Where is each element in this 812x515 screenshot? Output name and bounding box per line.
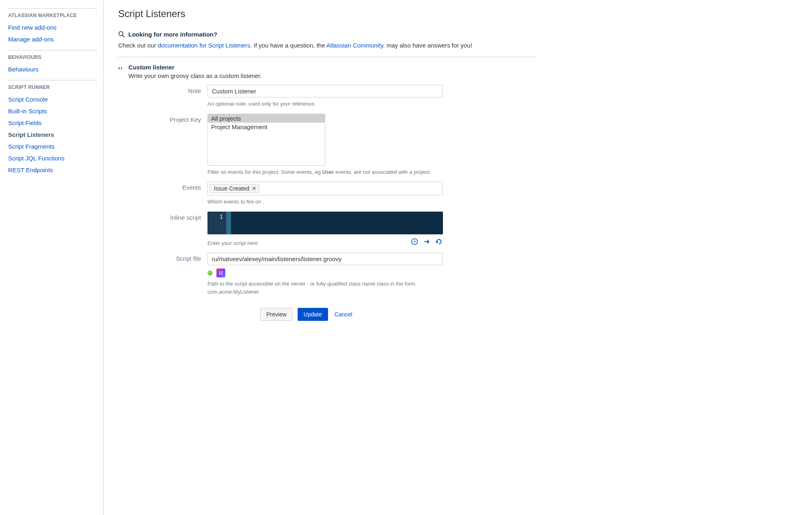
- remove-icon[interactable]: ✕: [252, 185, 257, 192]
- code-cursor-indicator: [227, 212, 231, 234]
- sidebar-section-behaviours: BEHAVIOURS Behaviours: [8, 50, 97, 75]
- note-input[interactable]: [207, 85, 443, 97]
- label-events: Events: [118, 182, 207, 191]
- undo-icon[interactable]: [435, 238, 443, 246]
- sidebar-item-find-new-addons[interactable]: Find new add-ons: [8, 22, 97, 33]
- inline-script-helper: Enter your script here: [207, 239, 258, 247]
- sidebar-heading: SCRIPT RUNNER: [8, 84, 97, 90]
- listbox-option[interactable]: All projects: [208, 114, 325, 123]
- row-script-file: Script file IJ Path to the script access…: [118, 253, 536, 296]
- info-panel: Looking for more information? Check out …: [118, 31, 536, 49]
- sidebar-item-script-fragments[interactable]: Script Fragments: [8, 141, 97, 152]
- svg-point-0: [119, 32, 123, 36]
- divider: [118, 57, 536, 57]
- sidebar-item-script-jql-functions[interactable]: Script JQL Functions: [8, 152, 97, 164]
- sidebar-item-behaviours[interactable]: Behaviours: [8, 63, 97, 75]
- note-helper: An optional note, used only for your ref…: [207, 100, 443, 108]
- form-header: ‹› Custom listener Write your own groovy…: [118, 64, 536, 79]
- update-button[interactable]: Update: [298, 308, 328, 321]
- sidebar-heading: BEHAVIOURS: [8, 54, 97, 60]
- form-header-desc: Write your own groovy class as a custom …: [128, 72, 261, 79]
- events-input[interactable]: Issue Created ✕: [207, 182, 443, 195]
- code-editor[interactable]: 1: [207, 212, 443, 234]
- label-inline-script: Inline script: [118, 212, 207, 221]
- search-icon: [118, 31, 125, 38]
- script-file-helper: Path to the script accessible on the ser…: [207, 280, 443, 296]
- doc-link[interactable]: documentation for Script Listeners: [158, 42, 251, 49]
- sidebar-section-script-runner: SCRIPT RUNNER Script Console Built-in Sc…: [8, 80, 97, 176]
- event-tag: Issue Created ✕: [209, 184, 259, 193]
- project-key-listbox[interactable]: All projects Project Management: [207, 114, 325, 166]
- help-icon[interactable]: ?: [410, 238, 419, 246]
- sidebar-item-rest-endpoints[interactable]: REST Endpoints: [8, 164, 97, 176]
- label-project-key: Project Key: [118, 114, 207, 123]
- page-title: Script Listeners: [118, 8, 536, 19]
- cancel-button[interactable]: Cancel: [333, 308, 354, 320]
- sidebar: ATLASSIAN MARKETPLACE Find new add-ons M…: [0, 0, 104, 515]
- label-script-file: Script file: [118, 253, 207, 262]
- sidebar-item-manage-addons[interactable]: Manage add-ons: [8, 33, 97, 45]
- tag-label: Issue Created: [214, 185, 249, 192]
- code-gutter: 1: [207, 212, 227, 234]
- row-inline-script: Inline script 1 Enter your script here ?: [118, 212, 536, 247]
- row-events: Events Issue Created ✕ Which events to f…: [118, 182, 536, 206]
- row-project-key: Project Key All projects Project Managem…: [118, 114, 536, 176]
- svg-line-1: [123, 35, 124, 37]
- intellij-icon[interactable]: IJ: [216, 268, 225, 277]
- info-text: Check out our documentation for Script L…: [118, 42, 536, 49]
- code-icon: ‹›: [118, 65, 123, 71]
- code-body[interactable]: [231, 212, 443, 234]
- sidebar-item-built-in-scripts[interactable]: Built-in Scripts: [8, 105, 97, 117]
- svg-text:?: ?: [413, 240, 416, 244]
- main-content: Script Listeners Looking for more inform…: [104, 0, 550, 515]
- status-ok-icon: [207, 270, 212, 275]
- button-row: Preview Update Cancel: [207, 308, 536, 321]
- form-header-title: Custom listener: [128, 64, 261, 71]
- listbox-option[interactable]: Project Management: [208, 123, 325, 131]
- sidebar-item-script-listeners[interactable]: Script Listeners: [8, 129, 97, 141]
- project-key-helper: Filter on events for this project. Some …: [207, 168, 443, 176]
- arrow-right-icon[interactable]: [423, 238, 431, 246]
- sidebar-item-script-fields[interactable]: Script Fields: [8, 117, 97, 129]
- row-note: Note An optional note, used only for you…: [118, 85, 536, 108]
- info-title: Looking for more information?: [128, 31, 217, 38]
- sidebar-item-script-console[interactable]: Script Console: [8, 93, 97, 105]
- preview-button[interactable]: Preview: [260, 308, 293, 321]
- community-link[interactable]: Atlassian Community.: [326, 42, 385, 49]
- label-note: Note: [118, 85, 207, 94]
- events-helper: Which events to fire on .: [207, 198, 443, 206]
- sidebar-heading: ATLASSIAN MARKETPLACE: [8, 13, 97, 18]
- sidebar-section-marketplace: ATLASSIAN MARKETPLACE Find new add-ons M…: [8, 8, 97, 45]
- script-file-input[interactable]: [207, 253, 443, 265]
